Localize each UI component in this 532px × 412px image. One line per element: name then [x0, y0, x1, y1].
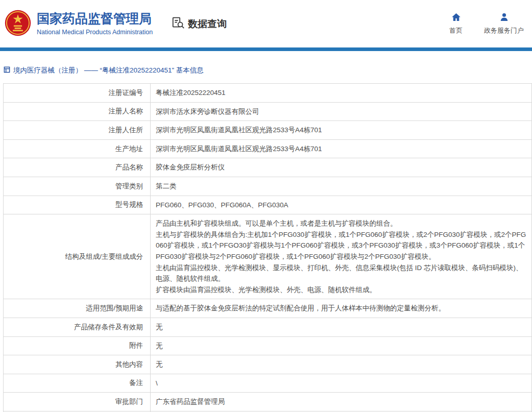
nmpa-logo-link[interactable]: 国家药品监督管理局 National Medical Products Admi…	[4, 8, 153, 40]
table-row: 其他内容无	[4, 355, 532, 374]
table-row: 结构及组成/主要组成成分产品由主机和扩容模块组成。可以是单个主机，或者是主机与扩…	[4, 214, 532, 299]
table-row: 备注\	[4, 374, 532, 393]
table-row: 附件无	[4, 336, 532, 355]
row-label: 产品储存条件及有效期	[4, 318, 151, 336]
row-label: 生产地址	[4, 139, 151, 158]
row-label: 注册人住所	[4, 121, 151, 140]
row-value: 无	[151, 318, 532, 336]
row-value: 无	[151, 355, 532, 374]
site-header: 国家药品监督管理局 National Medical Products Admi…	[0, 0, 532, 47]
row-label: 其他内容	[4, 355, 151, 374]
breadcrumb: 境内医疗器械（注册） —— “粤械注准20252220451” 基本信息	[4, 66, 532, 75]
row-value: 与适配的基于胶体金免疫层析法的特定试剂配合使用，用于人体样本中待测物的定量检测分…	[151, 299, 532, 318]
table-row: 产品储存条件及有效期无	[4, 318, 532, 336]
table-row: 适用范围/预期用途与适配的基于胶体金免疫层析法的特定试剂配合使用，用于人体样本中…	[4, 299, 532, 318]
table-row: 注册人名称深圳市活水床旁诊断仪器有限公司	[4, 102, 532, 121]
registration-info-table: 注册证编号粤械注准20252220451注册人名称深圳市活水床旁诊断仪器有限公司…	[3, 83, 532, 412]
row-value: 粤械注准20252220451	[151, 84, 532, 103]
table-row: 管理类别第二类	[4, 177, 532, 196]
home-icon	[451, 12, 461, 23]
top-nav: 首页 政务服务门户	[449, 12, 527, 35]
row-value: \	[151, 374, 532, 393]
org-title-en: National Medical Products Administration	[37, 29, 153, 36]
row-label: 结构及组成/主要组成成分	[4, 214, 151, 299]
row-label: 产品名称	[4, 158, 151, 177]
national-emblem-logo-icon	[4, 8, 32, 40]
table-row: 注册人住所深圳市光明区凤凰街道凤凰社区观光路2533号A4栋701	[4, 121, 532, 140]
nav-home[interactable]: 首页	[449, 12, 463, 35]
document-icon	[4, 66, 10, 75]
header-divider-bar	[0, 47, 532, 51]
user-icon	[499, 12, 509, 23]
nav-gov-portal-label: 政务服务门户	[484, 26, 524, 35]
row-value: 深圳市光明区凤凰街道凤凰社区观光路2533号A4栋701	[151, 139, 532, 158]
row-label: 型号规格	[4, 196, 151, 214]
table-row: 注册证编号粤械注准20252220451	[4, 84, 532, 103]
row-label: 管理类别	[4, 177, 151, 196]
row-value: 产品由主机和扩容模块组成。可以是单个主机，或者是主机与扩容模块的组合。 主机与扩…	[151, 214, 532, 299]
row-label: 附件	[4, 336, 151, 355]
row-value: 胶体金免疫层析分析仪	[151, 158, 532, 177]
org-names: 国家药品监督管理局 National Medical Products Admi…	[37, 12, 153, 36]
table-row: 生产地址深圳市光明区凤凰街道凤凰社区观光路2533号A4栋701	[4, 139, 532, 158]
data-query-icon	[172, 16, 185, 32]
row-value: 第二类	[151, 177, 532, 196]
row-label: 注册证编号	[4, 84, 151, 103]
table-row: 型号规格PFG060、PFG030、PFG060A、PFG030A	[4, 196, 532, 214]
row-value: 深圳市活水床旁诊断仪器有限公司	[151, 102, 532, 121]
org-title-cn: 国家药品监督管理局	[37, 12, 153, 26]
row-value: 深圳市光明区凤凰街道凤凰社区观光路2533号A4栋701	[151, 121, 532, 140]
page-title: 境内医疗器械（注册） —— “粤械注准20252220451” 基本信息	[13, 66, 204, 75]
row-label: 适用范围/预期用途	[4, 299, 151, 318]
row-value: 广东省药品监督管理局	[151, 393, 532, 411]
row-label: 注册人名称	[4, 102, 151, 121]
row-label: 审批部门	[4, 393, 151, 411]
data-query-label: 数据查询	[188, 17, 227, 31]
data-query-section[interactable]: 数据查询	[172, 16, 227, 32]
row-value: PFG060、PFG030、PFG060A、PFG030A	[151, 196, 532, 214]
nav-gov-portal[interactable]: 政务服务门户	[484, 12, 524, 35]
row-label: 备注	[4, 374, 151, 393]
table-row: 产品名称胶体金免疫层析分析仪	[4, 158, 532, 177]
row-value: 无	[151, 336, 532, 355]
nav-home-label: 首页	[449, 26, 463, 35]
table-row: 审批部门广东省药品监督管理局	[4, 393, 532, 411]
